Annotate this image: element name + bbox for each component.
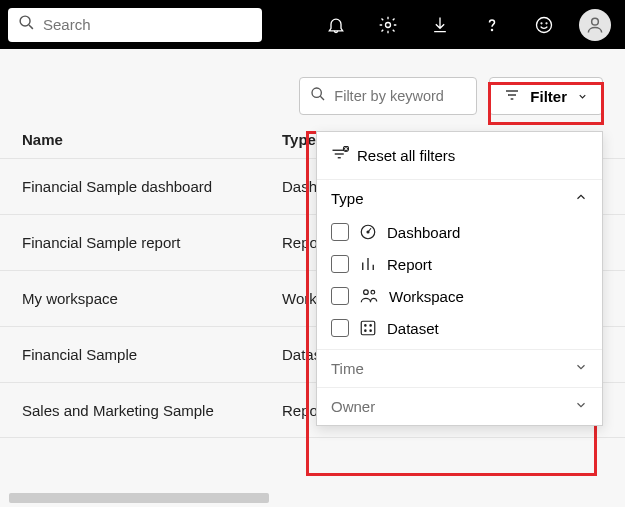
reset-filters-icon bbox=[331, 146, 349, 165]
chevron-down-icon bbox=[577, 88, 588, 105]
filter-section-time[interactable]: Time bbox=[317, 349, 602, 387]
svg-point-8 bbox=[312, 88, 321, 97]
svg-point-4 bbox=[537, 17, 552, 32]
svg-point-29 bbox=[365, 330, 366, 331]
download-icon[interactable] bbox=[417, 0, 463, 49]
row-name: Financial Sample dashboard bbox=[22, 178, 282, 195]
svg-point-6 bbox=[546, 22, 547, 23]
svg-point-25 bbox=[371, 290, 375, 294]
filter-keyword[interactable] bbox=[299, 77, 477, 115]
svg-rect-26 bbox=[361, 321, 375, 335]
workspace-icon bbox=[359, 287, 379, 305]
account-avatar[interactable] bbox=[579, 9, 611, 41]
svg-point-30 bbox=[370, 330, 371, 331]
filter-section-label: Owner bbox=[331, 398, 375, 415]
filter-option-label: Dashboard bbox=[387, 224, 460, 241]
action-row: Filter bbox=[0, 49, 625, 131]
global-search-input[interactable] bbox=[43, 16, 252, 33]
svg-point-2 bbox=[386, 22, 391, 27]
svg-point-3 bbox=[492, 29, 493, 30]
filter-icon bbox=[504, 88, 520, 105]
checkbox[interactable] bbox=[331, 223, 349, 241]
search-icon bbox=[310, 86, 326, 106]
svg-point-5 bbox=[541, 22, 542, 23]
help-icon[interactable] bbox=[469, 0, 515, 49]
svg-point-7 bbox=[592, 18, 599, 25]
report-icon bbox=[359, 255, 377, 273]
dataset-icon bbox=[359, 319, 377, 337]
global-search[interactable] bbox=[8, 8, 262, 42]
horizontal-scrollbar[interactable] bbox=[9, 493, 269, 503]
row-name: Financial Sample bbox=[22, 346, 282, 363]
filter-option-workspace[interactable]: Workspace bbox=[331, 287, 588, 305]
row-name: Financial Sample report bbox=[22, 234, 282, 251]
svg-line-9 bbox=[321, 96, 325, 100]
settings-gear-icon[interactable] bbox=[365, 0, 411, 49]
filter-section-label: Type bbox=[331, 190, 364, 207]
feedback-smiley-icon[interactable] bbox=[521, 0, 567, 49]
svg-point-0 bbox=[20, 16, 30, 26]
top-bar bbox=[0, 0, 625, 49]
filter-option-dataset[interactable]: Dataset bbox=[331, 319, 588, 337]
row-name: My workspace bbox=[22, 290, 282, 307]
row-name: Sales and Marketing Sample bbox=[22, 402, 282, 419]
chevron-down-icon bbox=[574, 360, 588, 377]
notifications-icon[interactable] bbox=[313, 0, 359, 49]
filter-option-label: Report bbox=[387, 256, 432, 273]
reset-filters[interactable]: Reset all filters bbox=[317, 132, 602, 179]
svg-point-27 bbox=[365, 325, 366, 326]
filter-button[interactable]: Filter bbox=[489, 77, 603, 115]
filter-option-dashboard[interactable]: Dashboard bbox=[331, 223, 588, 241]
chevron-down-icon bbox=[574, 398, 588, 415]
search-icon bbox=[18, 14, 35, 35]
svg-point-24 bbox=[364, 290, 369, 295]
svg-point-20 bbox=[367, 231, 369, 233]
filter-button-label: Filter bbox=[530, 88, 567, 105]
checkbox[interactable] bbox=[331, 319, 349, 337]
filter-option-label: Dataset bbox=[387, 320, 439, 337]
column-header-name[interactable]: Name bbox=[22, 131, 282, 148]
filter-panel: Reset all filters Type Dashboard Report … bbox=[316, 131, 603, 426]
checkbox[interactable] bbox=[331, 287, 349, 305]
svg-line-1 bbox=[29, 25, 33, 29]
filter-option-label: Workspace bbox=[389, 288, 464, 305]
filter-section-owner[interactable]: Owner bbox=[317, 387, 602, 425]
chevron-up-icon bbox=[574, 190, 588, 207]
svg-point-28 bbox=[370, 325, 371, 326]
dashboard-icon bbox=[359, 223, 377, 241]
filter-section-label: Time bbox=[331, 360, 364, 377]
checkbox[interactable] bbox=[331, 255, 349, 273]
reset-filters-label: Reset all filters bbox=[357, 147, 455, 164]
filter-section-type[interactable]: Type bbox=[317, 179, 602, 217]
filter-type-options: Dashboard Report Workspace Dataset bbox=[317, 217, 602, 349]
filter-option-report[interactable]: Report bbox=[331, 255, 588, 273]
